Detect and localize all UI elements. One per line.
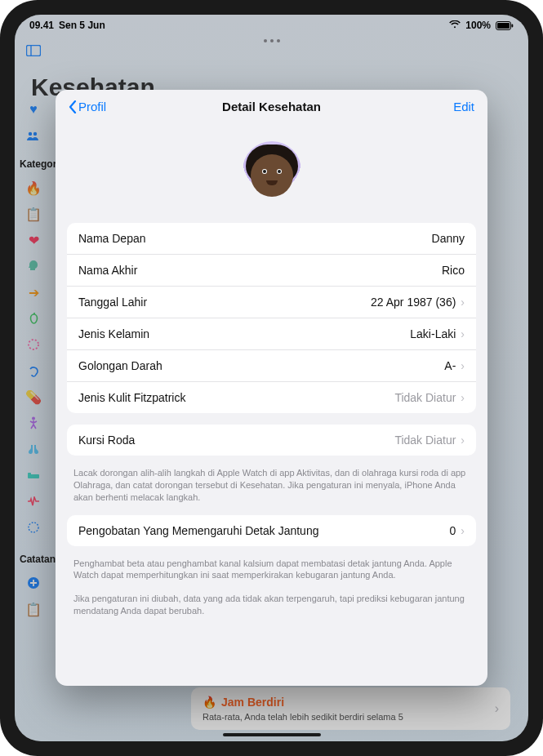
wheelchair-footnote: Lacak dorongan alih-alih langkah di Appl… bbox=[56, 467, 487, 515]
chevron-right-icon: › bbox=[461, 391, 465, 404]
row-wheelchair[interactable]: Kursi Roda Tidak Diatur › bbox=[67, 425, 476, 456]
blood-label: Golongan Darah bbox=[78, 359, 162, 372]
last-name-label: Nama Akhir bbox=[78, 264, 137, 277]
edit-button[interactable]: Edit bbox=[453, 100, 474, 113]
row-dob[interactable]: Tanggal Lahir 22 Apr 1987 (36) › bbox=[67, 287, 476, 318]
meds-value: 0 bbox=[450, 524, 456, 537]
wheelchair-group: Kursi Roda Tidak Diatur › bbox=[67, 425, 476, 456]
first-name-value: Danny bbox=[432, 232, 465, 245]
row-last-name: Nama Akhir Rico bbox=[67, 255, 476, 287]
dob-value: 22 Apr 1987 (36) bbox=[371, 296, 456, 309]
personal-group: Nama Depan Danny Nama Akhir Rico Tanggal… bbox=[67, 223, 476, 413]
last-name-value: Rico bbox=[442, 264, 465, 277]
modal-title: Detail Kesehatan bbox=[56, 100, 487, 113]
home-indicator[interactable] bbox=[223, 733, 321, 736]
health-details-modal: Profil Detail Kesehatan Edit Nama Depan … bbox=[56, 90, 487, 686]
chevron-right-icon: › bbox=[461, 327, 465, 340]
chevron-right-icon: › bbox=[461, 359, 465, 372]
profile-avatar[interactable] bbox=[243, 141, 301, 200]
row-blood-type[interactable]: Golongan Darah A- › bbox=[67, 350, 476, 382]
row-first-name: Nama Depan Danny bbox=[67, 223, 476, 255]
sex-value: Laki-Laki bbox=[410, 327, 456, 340]
chevron-left-icon bbox=[69, 100, 77, 113]
blood-value: A- bbox=[444, 359, 456, 372]
row-fitzpatrick[interactable]: Jenis Kulit Fitzpatrick Tidak Diatur › bbox=[67, 382, 476, 413]
chevron-right-icon: › bbox=[461, 434, 465, 447]
meds-footnote-1: Penghambat beta atau penghambat kanal ka… bbox=[56, 558, 487, 594]
sex-label: Jenis Kelamin bbox=[78, 327, 149, 340]
fitz-value: Tidak Diatur bbox=[394, 391, 456, 404]
meds-footnote-2: Jika pengaturan ini diubah, data yang ad… bbox=[56, 593, 487, 629]
chevron-right-icon: › bbox=[461, 296, 465, 309]
first-name-label: Nama Depan bbox=[78, 232, 146, 245]
wheelchair-value: Tidak Diatur bbox=[394, 434, 456, 447]
wheelchair-label: Kursi Roda bbox=[78, 434, 135, 447]
back-label: Profil bbox=[78, 100, 106, 113]
row-meds[interactable]: Pengobatan Yang Memengaruhi Detak Jantun… bbox=[67, 515, 476, 546]
meds-label: Pengobatan Yang Memengaruhi Detak Jantun… bbox=[78, 524, 318, 537]
fitz-label: Jenis Kulit Fitzpatrick bbox=[78, 391, 185, 404]
chevron-right-icon: › bbox=[461, 524, 465, 537]
row-sex[interactable]: Jenis Kelamin Laki-Laki › bbox=[67, 318, 476, 350]
back-button[interactable]: Profil bbox=[69, 100, 106, 113]
dob-label: Tanggal Lahir bbox=[78, 296, 147, 309]
meds-group: Pengobatan Yang Memengaruhi Detak Jantun… bbox=[67, 515, 476, 546]
